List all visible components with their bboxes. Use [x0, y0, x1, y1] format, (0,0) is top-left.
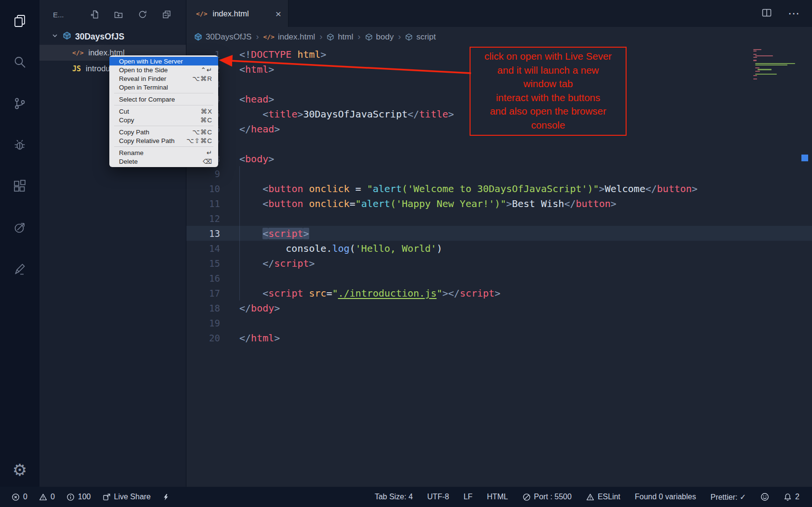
line-code: </head> — [239, 123, 280, 135]
menu-shortcut: ⌃↵ — [200, 66, 212, 74]
menu-item-cut[interactable]: Cut⌘X — [109, 107, 218, 116]
status-item-live-share[interactable]: Live Share — [103, 493, 151, 501]
menu-shortcut: ⌥⇧⌘C — [186, 137, 212, 144]
line-number: 19 — [186, 318, 220, 328]
tab-index-html[interactable]: </> index.html × — [186, 0, 288, 27]
code-line-18[interactable]: 18</body> — [186, 300, 812, 315]
line-code: <title>30DaysOfJavaScript</title> — [239, 108, 454, 120]
menu-item-delete[interactable]: Delete⌫ — [109, 157, 218, 166]
code-line-20[interactable]: 20</html> — [186, 330, 812, 345]
line-code: <button onclick="alert('Happy New Year!'… — [239, 198, 616, 209]
menu-item-copy[interactable]: Copy⌘C — [109, 116, 218, 124]
menu-item-open-to-the-side[interactable]: Open to the Side⌃↵ — [109, 65, 218, 74]
line-code: console.log('Hello, World') — [239, 243, 442, 254]
breadcrumb-item-html[interactable]: html — [327, 32, 353, 42]
activity-bar: ⚙ — [0, 0, 39, 487]
code-line-13[interactable]: 13 <script> — [186, 226, 812, 241]
pen-icon[interactable] — [6, 256, 33, 283]
status-item-smiley[interactable] — [760, 493, 769, 501]
minimap-line — [755, 67, 760, 68]
status-item-label: HTML — [487, 493, 508, 501]
minimap[interactable] — [753, 49, 798, 80]
source-control-icon[interactable] — [6, 90, 33, 117]
status-item-lf[interactable]: LF — [463, 493, 472, 501]
annotation-line: and it will launch a new — [472, 64, 624, 78]
breadcrumb-item-30daysofjs[interactable]: 30DaysOfJS — [194, 32, 251, 42]
status-item-prettier[interactable]: Prettier: ✓ — [710, 493, 746, 502]
status-bar: 00100Live Share Tab Size: 4UTF-8LFHTMLPo… — [0, 487, 812, 507]
code-line-16[interactable]: 16 — [186, 271, 812, 286]
code-line-7[interactable]: 7 — [186, 136, 812, 151]
explorer-header: E... — [39, 0, 186, 29]
breadcrumb-item-body[interactable]: body — [365, 32, 394, 42]
collapse-all-icon[interactable] — [162, 10, 171, 19]
menu-item-copy-relative-path[interactable]: Copy Relative Path⌥⇧⌘C — [109, 136, 218, 145]
html-file-icon: </> — [72, 49, 83, 56]
code-line-9[interactable]: 9 — [186, 166, 812, 181]
minimap-line — [755, 74, 777, 75]
live-share-activity-icon[interactable] — [6, 214, 33, 241]
folder-row-30daysofjs[interactable]: 30DaysOfJS — [39, 29, 186, 45]
status-item-utf-8[interactable]: UTF-8 — [427, 493, 449, 501]
line-code: <html> — [239, 64, 274, 75]
minimap-line — [753, 57, 757, 58]
code-line-11[interactable]: 11 <button onclick="alert('Happy New Yea… — [186, 196, 812, 211]
line-code: </body> — [239, 302, 280, 314]
breadcrumb-label: index.html — [278, 32, 315, 42]
more-actions-icon[interactable]: ⋯ — [788, 7, 800, 20]
extensions-icon[interactable] — [6, 173, 33, 200]
menu-item-rename[interactable]: Rename↵ — [109, 148, 218, 157]
breadcrumb-item-script[interactable]: script — [405, 32, 436, 42]
line-number: 14 — [186, 243, 220, 254]
chevron-down-icon — [51, 32, 59, 42]
code-line-15[interactable]: 15 </script> — [186, 256, 812, 271]
code-line-8[interactable]: 8<body> — [186, 151, 812, 166]
menu-separator — [114, 93, 213, 93]
overview-ruler-marker — [801, 155, 808, 161]
line-code: </html> — [239, 332, 280, 344]
status-item-label: 100 — [78, 493, 91, 501]
line-number: 16 — [186, 273, 220, 284]
status-item-found-0-variables[interactable]: Found 0 variables — [635, 493, 696, 501]
status-item-0[interactable]: 0 — [39, 493, 55, 501]
tab-close-icon[interactable]: × — [275, 9, 281, 19]
code-line-19[interactable]: 19 — [186, 315, 812, 330]
breadcrumb-separator: › — [398, 32, 401, 42]
code-line-14[interactable]: 14 console.log('Hello, World') — [186, 241, 812, 256]
status-item-eslint[interactable]: ESLint — [586, 493, 620, 501]
menu-item-open-with-live-server[interactable]: Open with Live Server — [109, 57, 218, 65]
status-item-100[interactable]: 100 — [66, 493, 91, 501]
code-line-10[interactable]: 10 <button onclick = "alert('Welcome to … — [186, 181, 812, 196]
menu-item-open-in-terminal[interactable]: Open in Terminal — [109, 83, 218, 91]
new-file-icon[interactable] — [90, 10, 99, 19]
line-number: 15 — [186, 258, 220, 269]
breadcrumb-item-index-html[interactable]: </>index.html — [263, 32, 315, 42]
menu-item-label: Open in Terminal — [119, 84, 168, 91]
status-item-2[interactable]: 2 — [784, 493, 799, 501]
status-item-tab-size-4[interactable]: Tab Size: 4 — [375, 493, 413, 501]
settings-gear-icon[interactable]: ⚙ — [0, 462, 39, 478]
menu-item-reveal-in-finder[interactable]: Reveal in Finder⌥⌘R — [109, 74, 218, 83]
status-item-bolt[interactable] — [162, 493, 170, 501]
new-folder-icon[interactable] — [114, 10, 123, 19]
explorer-icon[interactable] — [6, 7, 33, 34]
code-line-12[interactable]: 12 — [186, 211, 812, 226]
menu-item-select-for-compare[interactable]: Select for Compare — [109, 95, 218, 104]
menu-shortcut: ↵ — [207, 149, 212, 156]
run-debug-icon[interactable] — [6, 131, 33, 158]
line-code: <button onclick = "alert('Welcome to 30D… — [239, 183, 697, 195]
status-item-html[interactable]: HTML — [487, 493, 508, 501]
split-editor-icon[interactable] — [762, 9, 772, 19]
menu-separator — [114, 105, 213, 105]
error-icon — [12, 493, 20, 501]
status-item-0[interactable]: 0 — [12, 493, 27, 501]
code-line-17[interactable]: 17 <script src="./introduction.js"></scr… — [186, 286, 812, 300]
status-item-label: 0 — [23, 493, 27, 501]
js-file-icon: JS — [72, 65, 81, 73]
minimap-line — [755, 65, 787, 65]
bell-icon — [784, 493, 792, 501]
status-item-port-5500[interactable]: Port : 5500 — [523, 493, 572, 501]
refresh-icon[interactable] — [138, 10, 147, 19]
menu-item-copy-path[interactable]: Copy Path⌥⌘C — [109, 128, 218, 136]
search-icon[interactable] — [6, 49, 33, 76]
